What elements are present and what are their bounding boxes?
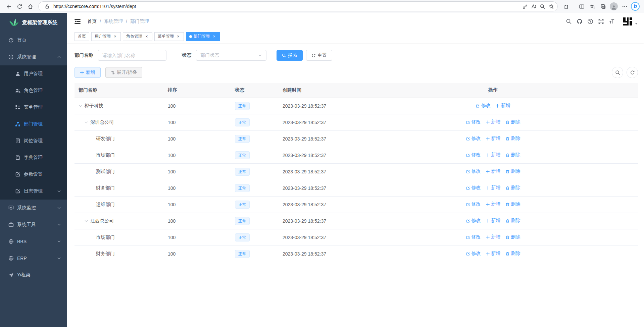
text-size-icon[interactable] xyxy=(606,16,617,27)
tab-role-mgmt[interactable]: 角色管理× xyxy=(123,32,152,41)
sort-arrows-icon xyxy=(111,70,115,75)
add-action-link[interactable]: 新增 xyxy=(495,103,510,109)
browser-menu-dots-icon[interactable] xyxy=(619,1,630,12)
sidebar-item-user-mgmt[interactable]: 用户管理 xyxy=(0,65,67,82)
tab-menu-mgmt[interactable]: 菜单管理× xyxy=(154,32,184,41)
expand-chevron-icon[interactable] xyxy=(84,120,88,124)
edit-action-link[interactable]: 修改 xyxy=(466,234,481,240)
add-dept-button[interactable]: 新增 xyxy=(75,67,101,78)
edit-action-link[interactable]: 修改 xyxy=(466,201,481,207)
delete-action-link[interactable]: 删除 xyxy=(505,152,521,158)
expand-chevron-icon[interactable] xyxy=(79,104,83,108)
yj-brand-logo[interactable] xyxy=(622,16,633,26)
delete-action-link[interactable]: 删除 xyxy=(505,251,521,257)
breadcrumb-separator: / xyxy=(100,19,101,24)
header-search-icon[interactable] xyxy=(563,16,574,27)
help-question-icon[interactable] xyxy=(585,16,596,27)
edit-action-link[interactable]: 修改 xyxy=(466,152,481,158)
profile-avatar[interactable] xyxy=(608,1,619,12)
action-label: 新增 xyxy=(491,185,501,191)
delete-action-link[interactable]: 删除 xyxy=(505,234,521,240)
dept-name-input[interactable] xyxy=(98,50,166,61)
collections-icon[interactable] xyxy=(598,1,608,12)
reset-button[interactable]: 重置 xyxy=(306,50,332,61)
split-screen-icon[interactable] xyxy=(576,1,587,12)
delete-action-link[interactable]: 删除 xyxy=(505,168,521,174)
add-action-link[interactable]: 新增 xyxy=(486,119,501,125)
action-label: 新增 xyxy=(491,218,501,224)
sidebar-item-bbs[interactable]: BBS xyxy=(0,233,67,250)
favorites-bar-icon[interactable] xyxy=(587,1,598,12)
dept-name: 研发部门 xyxy=(96,136,115,142)
tab-user-mgmt[interactable]: 用户管理× xyxy=(91,32,121,41)
edit-action-link[interactable]: 修改 xyxy=(466,251,481,257)
plus-icon xyxy=(495,104,501,108)
sidebar-item-dict-mgmt[interactable]: 字典管理 xyxy=(0,149,67,166)
edit-action-link[interactable]: 修改 xyxy=(466,218,481,224)
add-action-link[interactable]: 新增 xyxy=(486,234,501,240)
menu-tree-icon xyxy=(15,105,20,110)
github-icon[interactable] xyxy=(574,16,585,27)
browser-home-button[interactable] xyxy=(25,1,36,12)
close-icon[interactable]: × xyxy=(212,34,216,39)
delete-action-link[interactable]: 删除 xyxy=(505,185,521,191)
edit-action-link[interactable]: 修改 xyxy=(466,135,481,142)
add-action-link[interactable]: 新增 xyxy=(486,135,501,142)
toggle-search-button[interactable] xyxy=(612,67,623,78)
status-select[interactable]: 部门状态 xyxy=(196,50,266,61)
sidebar-item-system-monitor[interactable]: 系统监控 xyxy=(0,200,67,216)
created-time: 2023-03-29 18:52:37 xyxy=(275,130,436,147)
app-logo[interactable]: 意框架管理系统 xyxy=(0,13,67,32)
add-action-link[interactable]: 新增 xyxy=(486,218,501,224)
caret-down-icon[interactable] xyxy=(635,22,638,25)
add-action-link[interactable]: 新增 xyxy=(486,152,501,158)
column-header: 状态 xyxy=(233,83,275,98)
password-key-icon[interactable] xyxy=(521,2,529,11)
read-aloud-icon[interactable] xyxy=(529,2,538,11)
browser-back-button[interactable] xyxy=(3,1,14,12)
sidebar-item-system-mgmt[interactable]: 系统管理 xyxy=(0,49,67,65)
expand-chevron-icon[interactable] xyxy=(84,219,88,223)
trash-icon xyxy=(505,252,511,256)
sidebar-item-log-mgmt[interactable]: 日志管理 xyxy=(0,183,67,200)
close-icon[interactable]: × xyxy=(144,34,149,39)
lock-icon[interactable] xyxy=(43,2,51,11)
tab-dept-mgmt[interactable]: 部门管理× xyxy=(186,32,220,41)
breadcrumb-item[interactable]: 首页 xyxy=(87,18,97,24)
close-icon[interactable]: × xyxy=(176,34,181,39)
close-icon[interactable]: × xyxy=(113,34,117,39)
edit-action-link[interactable]: 修改 xyxy=(466,119,481,125)
delete-action-link[interactable]: 删除 xyxy=(505,218,521,224)
collapse-sidebar-icon[interactable] xyxy=(74,18,81,25)
sidebar-item-dept-mgmt[interactable]: 部门管理 xyxy=(0,116,67,132)
delete-action-link[interactable]: 删除 xyxy=(505,201,521,207)
sidebar-item-system-tools[interactable]: 系统工具 xyxy=(0,216,67,233)
sidebar-item-param-settings[interactable]: 参数设置 xyxy=(0,166,67,183)
bing-chat-icon[interactable]: b xyxy=(630,1,641,12)
add-action-link[interactable]: 新增 xyxy=(486,185,501,191)
browser-refresh-button[interactable] xyxy=(14,1,25,12)
add-action-link[interactable]: 新增 xyxy=(486,251,501,257)
sidebar-item-role-mgmt[interactable]: 角色管理 xyxy=(0,82,67,99)
edit-action-link[interactable]: 修改 xyxy=(476,103,491,109)
extensions-puzzle-icon[interactable] xyxy=(561,1,572,12)
edit-action-link[interactable]: 修改 xyxy=(466,168,481,174)
add-action-link[interactable]: 新增 xyxy=(486,168,501,174)
expand-collapse-button[interactable]: 展开/折叠 xyxy=(105,67,142,78)
delete-action-link[interactable]: 删除 xyxy=(505,119,521,125)
sidebar-item-post-mgmt[interactable]: 岗位管理 xyxy=(0,132,67,149)
sidebar-item-home[interactable]: 首页 xyxy=(0,32,67,49)
sidebar-item-menu-mgmt[interactable]: 菜单管理 xyxy=(0,99,67,116)
tab-home[interactable]: 首页 xyxy=(75,32,89,41)
sidebar-item-erp[interactable]: ERP xyxy=(0,250,67,267)
delete-action-link[interactable]: 删除 xyxy=(505,135,521,142)
add-action-link[interactable]: 新增 xyxy=(486,201,501,207)
sidebar-item-yi-framework[interactable]: Yi框架 xyxy=(0,267,67,283)
address-bar[interactable]: https://ccnetcore.com:1101/system/dept xyxy=(38,1,558,11)
fullscreen-icon[interactable] xyxy=(596,16,606,27)
refresh-table-button[interactable] xyxy=(627,67,638,78)
zoom-out-icon[interactable] xyxy=(538,2,547,11)
add-favorite-star-icon[interactable] xyxy=(547,2,555,11)
edit-action-link[interactable]: 修改 xyxy=(466,185,481,191)
search-button[interactable]: 搜索 xyxy=(277,50,303,61)
